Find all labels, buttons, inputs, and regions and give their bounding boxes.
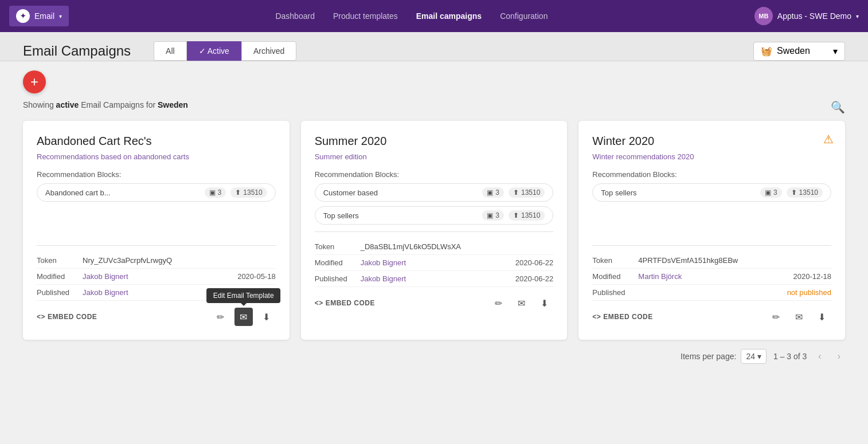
edit-email-template-button-3[interactable]: ✉ bbox=[790, 308, 808, 326]
showing-row: Showing active Email Campaigns for Swede… bbox=[23, 100, 845, 121]
modified-row-2: Modified Jakob Bignert 2020-06-22 bbox=[315, 255, 554, 271]
published-label-2: Published bbox=[315, 274, 361, 283]
card-title-3: Winter 2020 bbox=[592, 135, 831, 148]
filter-tab-archived[interactable]: Archived bbox=[241, 41, 296, 61]
prev-page-button[interactable]: ‹ bbox=[814, 349, 826, 364]
published-user-1: Jakob Bignert bbox=[83, 288, 237, 297]
next-page-button[interactable]: › bbox=[833, 349, 845, 364]
token-label-1: Token bbox=[37, 256, 83, 265]
top-navigation: ✦ Email ▾ Dashboard Product templates Em… bbox=[0, 0, 868, 32]
edit-email-tooltip-container-1: ✉ Edit Email Template bbox=[234, 308, 253, 326]
search-button[interactable]: 🔍 bbox=[831, 100, 845, 114]
card-title-1: Abandoned Cart Rec's bbox=[37, 135, 276, 148]
filter-tabs: All ✓ Active Archived bbox=[154, 41, 296, 61]
rec-block-name-2-1: Top sellers bbox=[323, 211, 359, 220]
image-count-badge-3-0: ▣ 3 bbox=[760, 187, 782, 198]
items-per-page: Items per page: 24 ▾ bbox=[681, 349, 767, 364]
embed-code-text-2: EMBED CODE bbox=[326, 299, 375, 307]
user-menu[interactable]: MB Apptus - SWE Demo ▾ bbox=[754, 7, 859, 25]
nav-links: Dashboard Product templates Email campai… bbox=[83, 11, 741, 21]
store-name: Sweden bbox=[777, 46, 810, 56]
modified-user-2: Jakob Bignert bbox=[361, 258, 515, 267]
edit-pencil-button-3[interactable]: ✏ bbox=[767, 308, 785, 326]
modified-row-1: Modified Jakob Bignert 2020-05-18 bbox=[37, 269, 276, 285]
page-range-text: 1 – 3 of 3 bbox=[773, 352, 807, 361]
rec-block-1-0: Abandoned cart b... ▣ 3 ⬆ 13510 bbox=[37, 183, 276, 202]
brand-button[interactable]: ✦ Email ▾ bbox=[9, 6, 69, 26]
embed-code-link-1[interactable]: <> EMBED CODE bbox=[37, 313, 207, 321]
divider-2 bbox=[315, 231, 554, 232]
published-label-1: Published bbox=[37, 288, 83, 297]
showing-store-label: Sweden bbox=[158, 100, 188, 109]
card-subtitle-2: Summer edition bbox=[315, 152, 554, 161]
nav-link-configuration[interactable]: Configuration bbox=[500, 11, 548, 21]
token-value-3: 4PRTFDsVEmfA151hkg8EBw bbox=[638, 256, 831, 265]
add-campaign-button[interactable]: + bbox=[23, 70, 46, 93]
card-title-2: Summer 2020 bbox=[315, 135, 554, 148]
rec-block-2-0: Customer based ▣ 3 ⬆ 13510 bbox=[315, 183, 554, 202]
embed-code-link-3[interactable]: <> EMBED CODE bbox=[592, 313, 763, 321]
edit-email-template-button-1[interactable]: ✉ bbox=[234, 308, 253, 326]
image-icon: ▣ bbox=[209, 188, 216, 197]
campaign-card-3: ⚠ Winter 2020 Winter recommendations 202… bbox=[578, 121, 845, 340]
upload-count-badge-2-1: ⬆ 13510 bbox=[509, 210, 545, 221]
check-icon: ✓ bbox=[199, 46, 208, 56]
image-icon-3-0: ▣ bbox=[765, 188, 771, 197]
upload-icon-2-0: ⬆ bbox=[513, 188, 519, 197]
store-chevron-icon: ▾ bbox=[833, 46, 838, 57]
nav-link-dashboard[interactable]: Dashboard bbox=[275, 11, 315, 21]
embed-code-brackets-icon-3: <> bbox=[592, 313, 601, 321]
rec-block-name: Abandoned cart b... bbox=[45, 188, 110, 197]
edit-pencil-button-1[interactable]: ✏ bbox=[212, 308, 230, 326]
rec-section-label-3: Recommendation Blocks: bbox=[592, 170, 831, 179]
filter-tab-all[interactable]: All bbox=[154, 41, 187, 61]
modified-user-1: Jakob Bignert bbox=[83, 272, 237, 281]
rec-section-label-1: Recommendation Blocks: bbox=[37, 170, 276, 179]
rec-block-name-2-0: Customer based bbox=[323, 188, 378, 197]
embed-code-brackets-icon-2: <> bbox=[315, 299, 323, 307]
upload-icon-3-0: ⬆ bbox=[791, 188, 797, 197]
brand-chevron-icon: ▾ bbox=[59, 13, 62, 19]
modified-date-3: 2020-12-18 bbox=[793, 272, 831, 281]
card-footer-3: <> EMBED CODE ✏ ✉ ⬇ bbox=[592, 308, 831, 326]
upload-count-badge: ⬆ 13510 bbox=[230, 187, 267, 198]
per-page-select[interactable]: 24 ▾ bbox=[741, 349, 767, 364]
nav-link-email-campaigns[interactable]: Email campaigns bbox=[416, 11, 482, 21]
rec-block-3-0: Top sellers ▣ 3 ⬆ 13510 bbox=[592, 183, 831, 202]
published-user-2: Jakob Bignert bbox=[361, 274, 515, 283]
embed-code-text-1: EMBED CODE bbox=[48, 313, 97, 321]
page-header: Email Campaigns All ✓ Active Archived 🧺 … bbox=[0, 32, 868, 61]
filter-tab-active[interactable]: ✓ Active bbox=[187, 41, 241, 61]
modified-label-3: Modified bbox=[592, 272, 638, 281]
store-selector[interactable]: 🧺 Sweden ▾ bbox=[753, 42, 845, 61]
brand-label: Email bbox=[34, 11, 54, 21]
user-name: Apptus - SWE Demo bbox=[777, 11, 851, 21]
image-icon-2-0: ▣ bbox=[487, 188, 493, 197]
upload-count-badge-3-0: ⬆ 13510 bbox=[787, 187, 823, 198]
modified-date-1: 2020-05-18 bbox=[237, 272, 276, 281]
not-published-text-3: not published bbox=[787, 288, 831, 297]
token-row-2: Token _D8aSBL1mjVL6kO5DLWsXA bbox=[315, 239, 554, 255]
card-subtitle-1: Recommendations based on abandoned carts bbox=[37, 152, 276, 161]
card-footer-2: <> EMBED CODE ✏ ✉ ⬇ bbox=[315, 294, 554, 312]
download-button-3[interactable]: ⬇ bbox=[813, 308, 831, 326]
published-date-1: 2020-05-18 bbox=[237, 288, 276, 297]
download-button-1[interactable]: ⬇ bbox=[257, 308, 276, 326]
upload-count-badge-2-0: ⬆ 13510 bbox=[509, 187, 545, 198]
avatar: MB bbox=[754, 7, 773, 25]
content-area: + Showing active Email Campaigns for Swe… bbox=[0, 61, 868, 396]
embed-code-link-2[interactable]: <> EMBED CODE bbox=[315, 299, 485, 307]
edit-pencil-button-2[interactable]: ✏ bbox=[489, 294, 507, 312]
published-row-3: Published not published bbox=[592, 285, 831, 301]
showing-active-label: active bbox=[56, 100, 79, 109]
rec-block-2-1: Top sellers ▣ 3 ⬆ 13510 bbox=[315, 206, 554, 225]
nav-link-product-templates[interactable]: Product templates bbox=[333, 11, 398, 21]
campaign-card-1: Abandoned Cart Rec's Recommendations bas… bbox=[23, 121, 290, 340]
download-button-2[interactable]: ⬇ bbox=[535, 294, 553, 312]
modified-label-2: Modified bbox=[315, 258, 361, 267]
edit-email-template-button-2[interactable]: ✉ bbox=[512, 294, 530, 312]
published-date-2: 2020-06-22 bbox=[515, 274, 554, 283]
brand-logo: ✦ bbox=[16, 9, 30, 23]
warning-icon-3: ⚠ bbox=[823, 132, 834, 146]
per-page-value: 24 bbox=[746, 352, 755, 361]
